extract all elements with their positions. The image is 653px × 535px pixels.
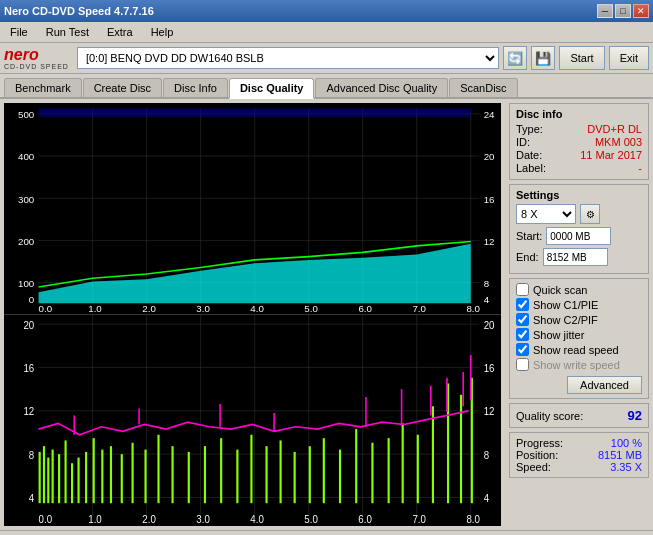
svg-text:8.0: 8.0 [466, 513, 480, 524]
menu-help[interactable]: Help [145, 24, 180, 40]
svg-rect-66 [188, 452, 190, 503]
progress-panel: Progress: 100 % Position: 8151 MB Speed:… [509, 432, 649, 478]
chart-top: 500 400 300 200 100 0 24 20 16 12 8 4 0.… [4, 103, 501, 315]
refresh-button[interactable]: 🔄 [503, 46, 527, 70]
show-write-speed-checkbox[interactable] [516, 358, 529, 371]
end-row: End: [516, 248, 642, 266]
disc-label-value: - [638, 162, 642, 174]
show-read-speed-checkbox[interactable] [516, 343, 529, 356]
exit-button[interactable]: Exit [609, 46, 649, 70]
svg-rect-50 [43, 446, 45, 503]
close-button[interactable]: ✕ [633, 4, 649, 18]
quality-label: Quality score: [516, 410, 583, 422]
save-button[interactable]: 💾 [531, 46, 555, 70]
menu-bar: File Run Test Extra Help [0, 22, 653, 43]
disc-info-panel: Disc info Type: DVD+R DL ID: MKM 003 Dat… [509, 103, 649, 180]
svg-text:4: 4 [484, 294, 490, 305]
tab-scan-disc[interactable]: ScanDisc [449, 78, 517, 97]
svg-text:20: 20 [23, 319, 34, 330]
jitter-label: Show jitter [533, 329, 584, 341]
start-button[interactable]: Start [559, 46, 604, 70]
svg-text:5.0: 5.0 [304, 513, 318, 524]
svg-text:200: 200 [18, 236, 35, 247]
svg-text:0.0: 0.0 [39, 513, 53, 524]
nero-logo: nero [4, 47, 69, 63]
end-input[interactable] [543, 248, 608, 266]
svg-text:2.0: 2.0 [142, 513, 156, 524]
right-panel: Disc info Type: DVD+R DL ID: MKM 003 Dat… [505, 99, 653, 530]
svg-text:20: 20 [484, 319, 495, 330]
read-speed-row: Show read speed [516, 343, 642, 356]
menu-extra[interactable]: Extra [101, 24, 139, 40]
svg-rect-56 [77, 458, 79, 504]
settings-icon-btn[interactable]: ⚙ [580, 204, 600, 224]
svg-text:24: 24 [484, 109, 495, 120]
speed-row: Speed: 3.35 X [516, 461, 642, 473]
menu-run-test[interactable]: Run Test [40, 24, 95, 40]
disc-info-label: Disc info [516, 108, 642, 120]
position-label: Position: [516, 449, 558, 461]
tab-benchmark[interactable]: Benchmark [4, 78, 82, 97]
svg-text:0: 0 [29, 294, 35, 305]
position-row: Position: 8151 MB [516, 449, 642, 461]
svg-text:0.0: 0.0 [39, 303, 53, 314]
svg-rect-70 [250, 435, 252, 503]
svg-rect-62 [131, 443, 133, 503]
svg-rect-57 [85, 452, 87, 503]
speed-select[interactable]: 8 X [516, 204, 576, 224]
svg-rect-60 [110, 446, 112, 503]
progress-label: Progress: [516, 437, 563, 449]
date-value: 11 Mar 2017 [580, 149, 642, 161]
tabs-bar: Benchmark Create Disc Disc Info Disc Qua… [0, 74, 653, 99]
nero-logo-area: nero CD-DVD SPEED [4, 47, 69, 70]
svg-rect-61 [121, 454, 123, 503]
speed-value: 3.35 X [610, 461, 642, 473]
show-c1-pie-checkbox[interactable] [516, 298, 529, 311]
tab-create-disc[interactable]: Create Disc [83, 78, 162, 97]
svg-text:7.0: 7.0 [412, 513, 426, 524]
drive-select[interactable]: [0:0] BENQ DVD DD DW1640 BSLB [77, 47, 500, 69]
write-speed-label: Show write speed [533, 359, 620, 371]
disc-type-row: Type: DVD+R DL [516, 123, 642, 135]
quality-score-row: Quality score: 92 [516, 408, 642, 423]
position-value: 8151 MB [598, 449, 642, 461]
tab-advanced-disc-quality[interactable]: Advanced Disc Quality [315, 78, 448, 97]
settings-panel: Settings 8 X ⚙ Start: End: [509, 184, 649, 274]
nero-sub: CD-DVD SPEED [4, 63, 69, 70]
quick-scan-checkbox[interactable] [516, 283, 529, 296]
svg-text:4.0: 4.0 [250, 513, 264, 524]
svg-text:12: 12 [484, 236, 495, 247]
svg-rect-59 [101, 450, 103, 504]
start-input[interactable] [546, 227, 611, 245]
tab-disc-info[interactable]: Disc Info [163, 78, 228, 97]
svg-text:1.0: 1.0 [88, 303, 102, 314]
svg-text:8: 8 [29, 449, 35, 460]
svg-rect-78 [371, 443, 373, 503]
minimize-button[interactable]: ─ [597, 4, 613, 18]
svg-rect-54 [65, 440, 67, 503]
quality-score-panel: Quality score: 92 [509, 403, 649, 428]
svg-rect-71 [265, 446, 267, 503]
svg-text:16: 16 [484, 194, 495, 205]
svg-text:12: 12 [23, 406, 34, 417]
advanced-button[interactable]: Advanced [567, 376, 642, 394]
show-c2-pif-checkbox[interactable] [516, 313, 529, 326]
disc-date-row: Date: 11 Mar 2017 [516, 149, 642, 161]
maximize-button[interactable]: □ [615, 4, 631, 18]
svg-text:8: 8 [484, 278, 489, 289]
id-value: MKM 003 [595, 136, 642, 148]
svg-text:2.0: 2.0 [142, 303, 156, 314]
svg-rect-80 [402, 423, 404, 503]
svg-text:4: 4 [29, 493, 35, 504]
tab-disc-quality[interactable]: Disc Quality [229, 78, 315, 99]
menu-file[interactable]: File [4, 24, 34, 40]
read-speed-label: Show read speed [533, 344, 619, 356]
type-value: DVD+R DL [587, 123, 642, 135]
svg-rect-72 [280, 440, 282, 503]
svg-text:12: 12 [484, 406, 495, 417]
svg-text:300: 300 [18, 194, 35, 205]
svg-text:4.0: 4.0 [250, 303, 264, 314]
svg-text:400: 400 [18, 151, 35, 162]
show-jitter-checkbox[interactable] [516, 328, 529, 341]
svg-rect-76 [339, 450, 341, 504]
